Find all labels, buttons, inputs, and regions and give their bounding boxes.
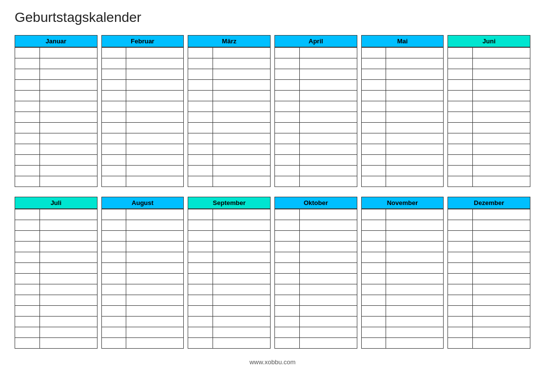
day-cell[interactable]	[15, 317, 40, 327]
day-cell[interactable]	[275, 220, 300, 231]
name-cell[interactable]	[213, 112, 270, 123]
name-cell[interactable]	[213, 274, 270, 284]
day-cell[interactable]	[448, 338, 473, 349]
name-cell[interactable]	[39, 80, 97, 91]
name-cell[interactable]	[386, 252, 444, 263]
name-cell[interactable]	[386, 209, 444, 220]
day-cell[interactable]	[275, 176, 300, 187]
day-cell[interactable]	[448, 284, 473, 295]
day-cell[interactable]	[15, 144, 40, 155]
name-cell[interactable]	[386, 166, 444, 176]
name-cell[interactable]	[126, 123, 184, 133]
day-cell[interactable]	[448, 48, 473, 58]
name-cell[interactable]	[472, 338, 530, 349]
name-cell[interactable]	[213, 176, 270, 187]
day-cell[interactable]	[448, 252, 473, 263]
name-cell[interactable]	[472, 306, 530, 317]
name-cell[interactable]	[472, 123, 530, 133]
name-cell[interactable]	[39, 274, 97, 284]
day-cell[interactable]	[361, 112, 386, 123]
name-cell[interactable]	[39, 252, 97, 263]
day-cell[interactable]	[361, 133, 386, 144]
day-cell[interactable]	[15, 69, 40, 80]
name-cell[interactable]	[126, 231, 184, 242]
name-cell[interactable]	[39, 48, 97, 58]
day-cell[interactable]	[188, 48, 213, 58]
day-cell[interactable]	[361, 166, 386, 176]
name-cell[interactable]	[472, 58, 530, 69]
day-cell[interactable]	[101, 242, 126, 252]
name-cell[interactable]	[386, 155, 444, 166]
day-cell[interactable]	[15, 338, 40, 349]
day-cell[interactable]	[448, 133, 473, 144]
name-cell[interactable]	[299, 144, 357, 155]
name-cell[interactable]	[126, 166, 184, 176]
name-cell[interactable]	[126, 252, 184, 263]
name-cell[interactable]	[126, 295, 184, 306]
name-cell[interactable]	[472, 133, 530, 144]
name-cell[interactable]	[213, 284, 270, 295]
day-cell[interactable]	[188, 176, 213, 187]
name-cell[interactable]	[213, 91, 270, 101]
day-cell[interactable]	[448, 317, 473, 327]
name-cell[interactable]	[213, 144, 270, 155]
name-cell[interactable]	[472, 69, 530, 80]
name-cell[interactable]	[299, 338, 357, 349]
day-cell[interactable]	[15, 155, 40, 166]
name-cell[interactable]	[472, 166, 530, 176]
day-cell[interactable]	[275, 274, 300, 284]
name-cell[interactable]	[386, 338, 444, 349]
name-cell[interactable]	[299, 112, 357, 123]
day-cell[interactable]	[188, 242, 213, 252]
name-cell[interactable]	[472, 155, 530, 166]
day-cell[interactable]	[361, 317, 386, 327]
name-cell[interactable]	[213, 252, 270, 263]
day-cell[interactable]	[361, 101, 386, 112]
day-cell[interactable]	[15, 133, 40, 144]
day-cell[interactable]	[275, 112, 300, 123]
day-cell[interactable]	[448, 327, 473, 338]
day-cell[interactable]	[275, 58, 300, 69]
name-cell[interactable]	[39, 327, 97, 338]
day-cell[interactable]	[188, 166, 213, 176]
name-cell[interactable]	[386, 220, 444, 231]
day-cell[interactable]	[361, 231, 386, 242]
name-cell[interactable]	[126, 327, 184, 338]
name-cell[interactable]	[386, 231, 444, 242]
day-cell[interactable]	[15, 284, 40, 295]
name-cell[interactable]	[126, 133, 184, 144]
name-cell[interactable]	[472, 327, 530, 338]
name-cell[interactable]	[126, 112, 184, 123]
name-cell[interactable]	[126, 155, 184, 166]
day-cell[interactable]	[448, 176, 473, 187]
name-cell[interactable]	[386, 48, 444, 58]
name-cell[interactable]	[299, 295, 357, 306]
day-cell[interactable]	[448, 144, 473, 155]
day-cell[interactable]	[188, 80, 213, 91]
name-cell[interactable]	[386, 317, 444, 327]
day-cell[interactable]	[275, 306, 300, 317]
name-cell[interactable]	[213, 338, 270, 349]
name-cell[interactable]	[126, 91, 184, 101]
day-cell[interactable]	[275, 263, 300, 274]
name-cell[interactable]	[126, 338, 184, 349]
name-cell[interactable]	[299, 284, 357, 295]
name-cell[interactable]	[126, 220, 184, 231]
day-cell[interactable]	[101, 252, 126, 263]
name-cell[interactable]	[39, 91, 97, 101]
name-cell[interactable]	[386, 306, 444, 317]
day-cell[interactable]	[101, 274, 126, 284]
name-cell[interactable]	[299, 242, 357, 252]
name-cell[interactable]	[39, 295, 97, 306]
name-cell[interactable]	[213, 80, 270, 91]
day-cell[interactable]	[101, 263, 126, 274]
day-cell[interactable]	[101, 144, 126, 155]
day-cell[interactable]	[101, 155, 126, 166]
name-cell[interactable]	[39, 284, 97, 295]
name-cell[interactable]	[472, 101, 530, 112]
name-cell[interactable]	[126, 69, 184, 80]
day-cell[interactable]	[361, 48, 386, 58]
name-cell[interactable]	[299, 48, 357, 58]
day-cell[interactable]	[188, 144, 213, 155]
day-cell[interactable]	[361, 263, 386, 274]
